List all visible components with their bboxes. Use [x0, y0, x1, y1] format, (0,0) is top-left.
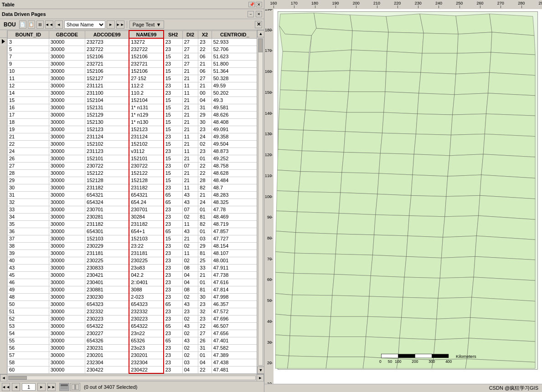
- table-row[interactable]: 373000015210315210315210347.727: [8, 235, 257, 242]
- table-row[interactable]: 4530000230421042.223042147.738: [8, 271, 257, 279]
- h-scroll-track[interactable]: [8, 376, 256, 380]
- table-row[interactable]: 263000015210115210115210149.252: [8, 155, 257, 162]
- v-scroll-track[interactable]: [258, 38, 263, 366]
- svg-marker-31: [454, 72, 490, 95]
- table-row[interactable]: 393000023118123118123118148.107: [8, 249, 257, 257]
- row-indicator: [0, 30, 7, 374]
- show-name-select[interactable]: Show Name: [64, 20, 105, 29]
- table-row[interactable]: 503000065432365432365432346.357: [8, 300, 257, 308]
- col-header-di2[interactable]: DI2: [182, 31, 198, 38]
- ddp-close[interactable]: ✕: [256, 11, 262, 17]
- table-row[interactable]: 34300002302813028423028148.469: [8, 213, 257, 220]
- col-header-gbcode[interactable]: GBCODE: [49, 31, 85, 38]
- nav-page-icons[interactable]: 📄: [19, 20, 26, 29]
- ruler-left-tick: [270, 92, 273, 93]
- table-row[interactable]: 213000023112423112423112449.358: [8, 133, 257, 140]
- table-row[interactable]: 18300001521301* n13015213048.408: [8, 118, 257, 126]
- svg-marker-37: [418, 93, 454, 115]
- svg-marker-14: [351, 31, 388, 51]
- col-header-adcode99[interactable]: ADCODE99: [85, 31, 129, 38]
- table-row[interactable]: 153000015210415210415210449.3: [8, 97, 257, 104]
- table-row[interactable]: 3630000654301654+165430147.857: [8, 228, 257, 235]
- table-row[interactable]: 583000023230423230423030447.438: [8, 359, 257, 366]
- table-row[interactable]: 333000023070123070123070147.78: [8, 206, 257, 213]
- col-header-x2[interactable]: X2: [198, 31, 212, 38]
- bottom-first[interactable]: ◄◄: [2, 383, 10, 391]
- cell-sh2: 23: [164, 279, 182, 286]
- map-footer-text: CSDN @疯狂学习GIS: [489, 385, 538, 392]
- col-header-bount-id[interactable]: BOUNT_ID: [8, 31, 49, 38]
- page-number-input[interactable]: 1: [22, 383, 36, 391]
- table-icon-2[interactable]: [70, 383, 80, 391]
- nav-table-icon[interactable]: ⊞: [36, 20, 44, 29]
- table-row[interactable]: 403000023022523022523022548.001: [8, 257, 257, 264]
- nav-first[interactable]: ◄◄: [45, 20, 53, 29]
- table-row[interactable]: 353000023118223118223118248.719: [8, 220, 257, 228]
- v-scroll-thumb[interactable]: [258, 39, 263, 52]
- nav-last[interactable]: ►►: [116, 20, 124, 29]
- horizontal-scrollbar[interactable]: ◄ ►: [0, 374, 264, 381]
- table-row[interactable]: 603000023042223042223042247.481: [8, 366, 257, 373]
- bottom-last[interactable]: ►►: [47, 383, 56, 391]
- table-row[interactable]: 48300002302302-02323023047.998: [8, 293, 257, 300]
- nav-close-btn[interactable]: ✕: [255, 21, 262, 28]
- table-row[interactable]: 283000015212215212215212248.628: [8, 169, 257, 177]
- scroll-down-btn[interactable]: ▼: [257, 367, 264, 374]
- table-row[interactable]: 2430000231123v311223112348.873: [8, 148, 257, 155]
- col-header-sh2[interactable]: SH2: [164, 31, 182, 38]
- table-row[interactable]: 93000023272123272123272151.800: [8, 60, 257, 67]
- scroll-up-btn[interactable]: ▲: [257, 30, 264, 37]
- h-scroll-left[interactable]: ◄: [0, 374, 7, 382]
- table-view-icon[interactable]: [59, 383, 69, 391]
- cell-centroid_: 47.389: [212, 351, 257, 359]
- cell-name99: 230722: [129, 162, 164, 169]
- table-row[interactable]: 3230000654324654.2465432448.325: [8, 199, 257, 206]
- table-row[interactable]: 103000015210615210615210651.364: [8, 67, 257, 75]
- nav-prev[interactable]: ◄: [55, 20, 63, 29]
- table-row[interactable]: 16300001521311* n13115213149.581: [8, 104, 257, 111]
- table-row[interactable]: 55300006543266532665432647.401: [8, 337, 257, 344]
- table-row[interactable]: 293000015212815212815212848.484: [8, 177, 257, 184]
- svg-marker-17: [457, 32, 492, 53]
- col-header-centroid[interactable]: CENTROID_: [212, 31, 257, 38]
- table-row[interactable]: 193000015212315212315212349.091: [8, 126, 257, 133]
- h-scroll-right[interactable]: ►: [257, 374, 264, 382]
- table-row[interactable]: 46300002304012□040123040147.616: [8, 279, 257, 286]
- table-row[interactable]: 573000023020123020123020147.389: [8, 351, 257, 359]
- bottom-next[interactable]: ►: [37, 383, 46, 391]
- table-row[interactable]: 383000023022923:2223022948.154: [8, 242, 257, 249]
- bottom-prev[interactable]: ◄: [12, 383, 20, 391]
- table-scroll[interactable]: BOUNT_ID GBCODE ADCODE99 NAME99 SH2 DI2 …: [7, 30, 257, 374]
- pin-icon[interactable]: 📌: [248, 2, 255, 7]
- table-row[interactable]: 113000015212727·15215212750.328: [8, 75, 257, 82]
- table-row[interactable]: 73000015210615210615210651.623: [8, 53, 257, 60]
- table-row[interactable]: 543000023022723n2223022747.656: [8, 330, 257, 337]
- svg-marker-126: [326, 357, 364, 368]
- col-header-name99[interactable]: NAME99: [129, 31, 164, 38]
- table-row[interactable]: 53000023272223272223272252.706: [8, 46, 257, 53]
- table-row[interactable]: 3300002327231327223272352.933: [8, 38, 257, 46]
- table-row[interactable]: 4930000230881308823088147.814: [8, 286, 257, 293]
- close-title-icon[interactable]: ✕: [256, 2, 262, 7]
- table-row[interactable]: 1230000231121112:223112149.59: [8, 82, 257, 89]
- table-row[interactable]: 533000065432265432265432246.507: [8, 322, 257, 330]
- page-text-btn[interactable]: Page Text ▼: [129, 20, 165, 29]
- table-row[interactable]: 1430000231100110.223110050.202: [8, 89, 257, 97]
- table-row[interactable]: 513000023233223233223233247.572: [8, 308, 257, 315]
- table-row[interactable]: 17300001521291* n12915212948.626: [8, 111, 257, 118]
- svg-marker-107: [402, 297, 438, 319]
- table-row[interactable]: 433000023083323o8323083347.911: [8, 264, 257, 271]
- table-row[interactable]: 523000023022323022323022347.696: [8, 315, 257, 322]
- vertical-scrollbar[interactable]: ▲ ▼: [257, 30, 264, 374]
- cell-di2: 02: [182, 293, 198, 300]
- svg-marker-65: [411, 175, 448, 196]
- table-row[interactable]: 563000023023123o2323023147.582: [8, 344, 257, 351]
- nav-next[interactable]: ►: [107, 20, 115, 29]
- table-row[interactable]: 313000065432165432165432148.283: [8, 191, 257, 199]
- ddp-minimize[interactable]: −: [248, 11, 254, 17]
- table-row[interactable]: 223000015210215210215210249.504: [8, 140, 257, 148]
- nav-copy-icon[interactable]: 📋: [28, 20, 35, 29]
- table-row[interactable]: 273000023072223072223072248.758: [8, 162, 257, 169]
- table-row[interactable]: 303000023118223118223118248.7: [8, 184, 257, 191]
- h-scroll-thumb[interactable]: [9, 376, 27, 380]
